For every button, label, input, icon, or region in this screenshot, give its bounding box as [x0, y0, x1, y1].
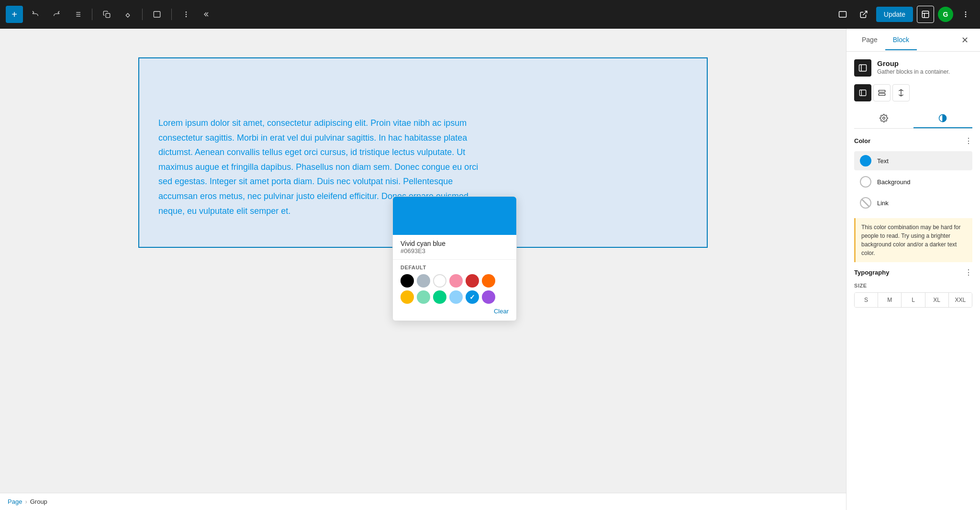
color-cyan-gray[interactable]: [417, 274, 430, 288]
add-block-button[interactable]: +: [6, 6, 23, 23]
size-buttons: S M L XL XXL: [854, 292, 972, 308]
breadcrumb: Page › Group: [0, 493, 846, 510]
color-vivid-orange[interactable]: [482, 274, 495, 288]
size-xl-button[interactable]: XL: [925, 293, 949, 307]
color-grid-row2: [401, 290, 509, 304]
tab-block[interactable]: Block: [885, 30, 917, 50]
color-section-header: Color ⋮: [854, 136, 972, 145]
more-options-button[interactable]: [178, 6, 195, 23]
color-pale-pink[interactable]: [449, 274, 463, 288]
color-option-text[interactable]: Text: [854, 151, 972, 170]
list-view-button[interactable]: [69, 6, 86, 23]
color-info: Vivid cyan blue #0693E3: [393, 235, 516, 260]
color-black[interactable]: [401, 274, 414, 288]
svg-point-9: [186, 14, 187, 15]
svg-rect-13: [922, 11, 929, 18]
warning-text: This color combination may be hard for p…: [861, 224, 960, 256]
size-label: SIZE: [854, 283, 972, 288]
color-section-title: Color: [854, 137, 870, 144]
undo-button[interactable]: [27, 6, 44, 23]
breadcrumb-page[interactable]: Page: [8, 498, 22, 505]
update-button[interactable]: Update: [876, 7, 913, 22]
color-warning: This color combination may be hard for p…: [854, 218, 972, 262]
color-light-green[interactable]: [417, 290, 430, 304]
svg-rect-6: [106, 13, 110, 18]
user-avatar-button[interactable]: G: [938, 7, 953, 22]
svg-rect-20: [859, 90, 866, 96]
block-info: Group Gather blocks in a container.: [854, 59, 972, 77]
toolbar-divider-3: [171, 9, 172, 20]
color-preview: [393, 197, 516, 235]
color-grid-section: DEFAULT: [393, 260, 516, 304]
canvas-area[interactable]: Lorem ipsum dolor sit amet, consectetur …: [0, 29, 846, 510]
size-s-button[interactable]: S: [855, 293, 878, 307]
color-vivid-purple[interactable]: [482, 290, 495, 304]
color-grid-label: DEFAULT: [401, 265, 509, 270]
color-pale-cyan[interactable]: [449, 290, 463, 304]
collapse-sidebar-button[interactable]: [199, 6, 216, 23]
color-picker-popup: Vivid cyan blue #0693E3 DEFAULT: [392, 196, 517, 321]
svg-rect-22: [879, 90, 885, 92]
color-vivid-cyan[interactable]: [466, 290, 479, 304]
color-amber[interactable]: [401, 290, 414, 304]
link-color-swatch: [860, 197, 871, 209]
typography-section: Typography ⋮ SIZE S M L XL XXL: [854, 268, 972, 308]
options-button[interactable]: [957, 6, 974, 23]
preview-button[interactable]: [834, 6, 851, 23]
view-tab-stack[interactable]: [892, 84, 910, 101]
svg-rect-11: [839, 11, 846, 17]
svg-rect-23: [879, 93, 885, 95]
block-view-button[interactable]: [148, 6, 166, 23]
background-color-label: Background: [877, 178, 910, 186]
svg-line-12: [863, 11, 867, 15]
external-preview-button[interactable]: [855, 6, 872, 23]
breadcrumb-sep: ›: [25, 498, 27, 505]
breadcrumb-group: Group: [30, 498, 47, 505]
block-view-tabs: [854, 84, 972, 101]
sidebar-tabs-header: Page Block ✕: [846, 29, 980, 52]
svg-point-18: [965, 16, 967, 17]
color-hex: #0693E3: [401, 247, 509, 255]
text-color-label: Text: [877, 157, 889, 165]
move-button[interactable]: [119, 6, 136, 23]
size-l-button[interactable]: L: [902, 293, 925, 307]
color-white[interactable]: [433, 274, 446, 288]
main-layout: Lorem ipsum dolor sit amet, consectetur …: [0, 29, 980, 510]
view-tab-group[interactable]: [854, 84, 871, 101]
color-option-link[interactable]: Link: [854, 193, 972, 212]
toolbar-divider-2: [142, 9, 143, 20]
svg-point-17: [965, 14, 967, 15]
typography-more[interactable]: ⋮: [965, 268, 972, 277]
sidebar-body: Group Gather blocks in a container.: [846, 52, 980, 315]
color-section-more[interactable]: ⋮: [965, 136, 972, 145]
size-m-button[interactable]: M: [878, 293, 902, 307]
settings-tab-gear[interactable]: [854, 109, 913, 128]
svg-point-8: [186, 11, 187, 13]
block-editor-button[interactable]: [917, 6, 934, 23]
block-group-icon: [854, 59, 871, 77]
svg-rect-7: [154, 11, 160, 17]
color-vivid-red[interactable]: [466, 274, 479, 288]
text-color-swatch: [860, 155, 871, 166]
color-name: Vivid cyan blue: [401, 240, 509, 247]
toolbar-right: Update G: [834, 6, 974, 23]
copy-button[interactable]: [98, 6, 115, 23]
block-info-text: Group Gather blocks in a container.: [877, 59, 950, 75]
toolbar: + Upd: [0, 0, 980, 29]
tab-page[interactable]: Page: [854, 30, 885, 50]
sidebar-close-button[interactable]: ✕: [957, 33, 972, 48]
svg-point-10: [186, 16, 187, 17]
right-sidebar: Page Block ✕ Group Gather blocks in a co…: [846, 29, 980, 510]
background-color-swatch: [860, 176, 871, 188]
size-xxl-button[interactable]: XXL: [949, 293, 972, 307]
settings-tab-style[interactable]: [913, 109, 973, 128]
color-option-background[interactable]: Background: [854, 172, 972, 191]
block-title: Group: [877, 59, 950, 67]
typography-header: Typography ⋮: [854, 268, 972, 277]
toolbar-divider-1: [92, 9, 92, 20]
color-vivid-green[interactable]: [433, 290, 446, 304]
color-grid-row1: [401, 274, 509, 288]
redo-button[interactable]: [48, 6, 65, 23]
view-tab-row[interactable]: [873, 84, 891, 101]
color-clear-button[interactable]: Clear: [401, 308, 509, 315]
